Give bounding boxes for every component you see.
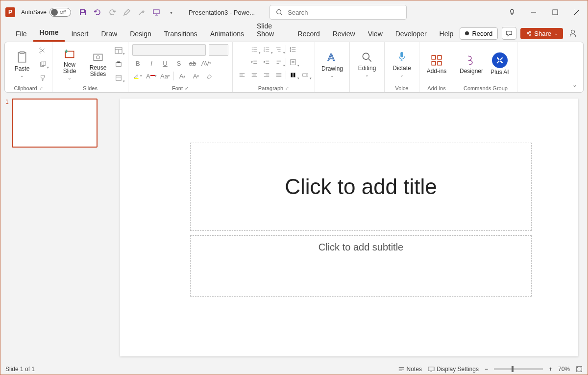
clipboard-launcher[interactable]: ⤢ (39, 86, 43, 91)
reset-button[interactable] (113, 59, 124, 70)
numbering-button[interactable]: 123▾ (261, 44, 272, 55)
title-placeholder[interactable]: Click to add title (190, 143, 532, 231)
qat-more-icon[interactable]: ▾ (166, 7, 176, 17)
character-spacing-button[interactable]: AV▾ (201, 58, 212, 69)
search-box[interactable] (270, 5, 407, 20)
slide-canvas[interactable]: Click to add title Click to add subtitle (120, 99, 578, 356)
zoom-slider[interactable] (494, 368, 543, 370)
tab-view[interactable]: View (362, 27, 389, 42)
align-center-button[interactable] (249, 70, 260, 80)
slide-thumbnail-panel[interactable]: 1 (0, 93, 111, 375)
title-bar: P AutoSave Off ▾ Presentation3 - Powe... (0, 0, 588, 24)
pen-icon[interactable] (122, 7, 132, 17)
italic-button[interactable]: I (146, 58, 157, 69)
format-painter-button[interactable] (37, 73, 48, 83)
maximize-icon[interactable] (549, 6, 561, 18)
shadow-button[interactable]: S (173, 58, 184, 69)
slide-thumbnail[interactable] (12, 99, 98, 148)
subtitle-placeholder[interactable]: Click to add subtitle (190, 235, 532, 297)
lightbulb-icon[interactable] (506, 6, 518, 18)
tab-developer[interactable]: Developer (389, 27, 433, 42)
plus-ai-button[interactable]: Plus AI (487, 45, 513, 83)
increase-indent-button[interactable] (261, 57, 272, 68)
highlight-button[interactable]: ▾ (132, 71, 143, 81)
tab-draw[interactable]: Draw (95, 27, 123, 42)
separator (286, 45, 286, 54)
zoom-out-button[interactable]: − (485, 366, 488, 373)
zoom-percent[interactable]: 70% (558, 366, 570, 373)
save-icon[interactable] (78, 7, 88, 17)
font-launcher[interactable]: ⤢ (185, 86, 189, 91)
line-spacing-button[interactable] (288, 44, 298, 55)
eyedropper-icon[interactable] (137, 7, 147, 17)
display-settings-button[interactable]: Display Settings (428, 366, 479, 373)
list-level-button[interactable]: ▾ (273, 44, 284, 55)
bullets-icon (251, 46, 258, 53)
tab-help[interactable]: Help (433, 27, 460, 42)
cut-button[interactable] (37, 45, 48, 56)
slide-thumbnail-item[interactable]: 1 (5, 99, 106, 148)
shrink-font-button[interactable]: A▾ (191, 71, 201, 81)
addins-button[interactable]: Add-ins (423, 45, 450, 83)
section-button[interactable]: ▾ (113, 73, 124, 83)
search-input[interactable] (288, 9, 400, 16)
align-text-button[interactable]: ▾ (288, 57, 298, 68)
fit-to-window-button[interactable] (576, 366, 583, 373)
paste-button[interactable]: Paste ⌄ (9, 45, 35, 83)
record-button[interactable]: Record (460, 27, 498, 40)
redo-icon[interactable] (107, 7, 117, 17)
underline-button[interactable]: U (160, 58, 171, 69)
drawing-button[interactable]: A Drawing ⌄ (319, 45, 345, 83)
dictate-button[interactable]: Dictate ⌄ (389, 45, 415, 83)
tab-home[interactable]: Home (33, 25, 65, 42)
grow-font-button[interactable]: A▴ (177, 71, 188, 81)
paragraph-launcher[interactable]: ⤢ (285, 86, 289, 91)
tab-file[interactable]: File (9, 27, 33, 42)
comments-button[interactable] (502, 27, 516, 40)
tab-slideshow[interactable]: Slide Show (250, 19, 292, 42)
text-direction-button[interactable]: ▾ (273, 57, 284, 68)
font-color-button[interactable]: A▾ (146, 71, 157, 81)
bullets-button[interactable]: ▾ (249, 44, 260, 55)
bold-button[interactable]: B (132, 58, 143, 69)
decrease-indent-button[interactable] (249, 57, 260, 68)
align-left-button[interactable] (237, 70, 247, 80)
autosave-toggle[interactable]: Off (49, 8, 71, 17)
layout-icon (115, 47, 122, 54)
tab-record[interactable]: Record (292, 27, 326, 42)
font-family-combo[interactable] (132, 44, 206, 56)
present-icon[interactable] (151, 7, 161, 17)
clear-formatting-button[interactable] (204, 71, 215, 81)
tab-review[interactable]: Review (326, 27, 362, 42)
new-slide-button[interactable]: New Slide ⌄ (56, 45, 83, 83)
font-size-combo[interactable] (209, 44, 228, 56)
share-button[interactable]: Share⌄ (520, 28, 563, 39)
close-icon[interactable] (571, 6, 583, 18)
collapse-ribbon-button[interactable]: ⌄ (572, 81, 577, 88)
undo-icon[interactable] (93, 7, 102, 17)
editing-button[interactable]: Editing ⌄ (354, 45, 380, 83)
minimize-icon[interactable] (528, 6, 539, 18)
align-right-button[interactable] (261, 70, 272, 80)
copy-button[interactable]: ▾ (37, 59, 48, 70)
strikethrough-button[interactable]: ab (187, 58, 198, 69)
notes-button[interactable]: Notes (398, 366, 422, 373)
zoom-slider-thumb[interactable] (512, 366, 514, 372)
addins-group-label: Add-ins (427, 85, 445, 91)
justify-button[interactable] (273, 70, 284, 80)
svg-text:3: 3 (264, 50, 265, 52)
vertical-scrollbar[interactable] (580, 99, 587, 356)
smartart-button[interactable]: ▾ (300, 70, 311, 80)
layout-button[interactable]: ▾ (113, 45, 124, 56)
tab-transitions[interactable]: Transitions (158, 27, 204, 42)
columns-button[interactable]: ▾ (288, 70, 298, 80)
designer-button[interactable]: Designer (458, 45, 485, 83)
tab-insert[interactable]: Insert (65, 27, 95, 42)
tab-design[interactable]: Design (123, 27, 158, 42)
tab-animations[interactable]: Animations (204, 27, 250, 42)
app-icon: P (5, 7, 15, 17)
reuse-slides-button[interactable]: Reuse Slides (85, 45, 111, 83)
zoom-in-button[interactable]: + (549, 366, 552, 373)
change-case-button[interactable]: Aa▾ (160, 71, 171, 81)
user-button[interactable] (567, 27, 579, 39)
